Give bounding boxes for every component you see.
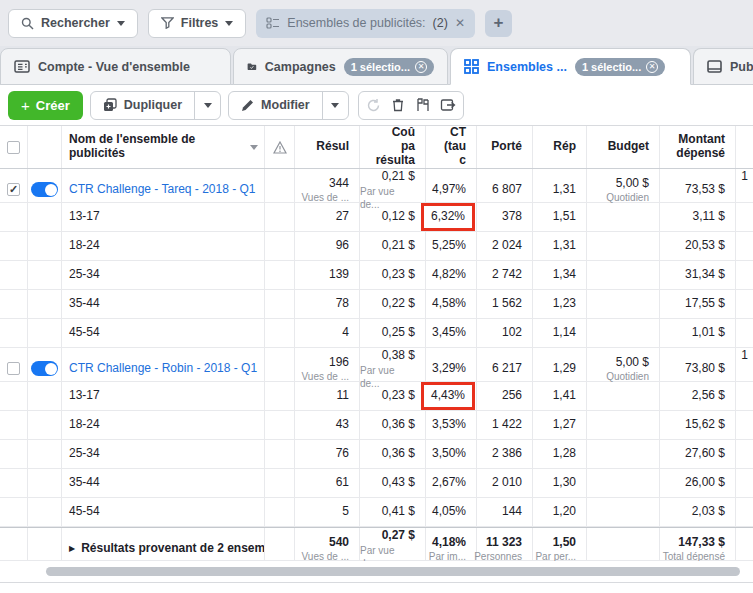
tab-account-overview[interactable]: Compte - Vue d'ensemble — [0, 48, 231, 85]
results-cell: 11 — [295, 382, 360, 410]
column-header-ctr[interactable]: CT (tau c — [426, 126, 477, 168]
budget-cell — [587, 319, 660, 347]
ctr-cell: 3,53% — [426, 411, 477, 439]
row-name[interactable]: 45-54 — [69, 325, 100, 341]
ad-sets-grid-icon — [464, 59, 479, 74]
reach-cell: 2 386 — [477, 440, 533, 468]
selection-badge[interactable]: 1 sélectio... ✕ — [575, 58, 665, 76]
budget-cell — [587, 290, 660, 318]
badge-close-icon[interactable]: ✕ — [415, 61, 427, 73]
selection-badge[interactable]: 1 sélectio... ✕ — [344, 58, 434, 76]
column-header-delivery-warning[interactable] — [265, 126, 295, 168]
filter-chip-adsets[interactable]: Ensembles de publicités: (2) ✕ — [256, 9, 475, 38]
selection-badge-label: 1 sélectio... — [351, 61, 410, 73]
row-warning-cell — [265, 232, 295, 260]
row-name[interactable]: 25-34 — [69, 267, 100, 283]
filter-chip-close-icon[interactable]: ✕ — [455, 16, 465, 30]
select-all-checkbox[interactable] — [7, 141, 20, 154]
tab-ad-sets[interactable]: Ensembles ... 1 sélectio... ✕ — [450, 48, 691, 85]
column-header-amount-spent[interactable]: Montant dépensé — [660, 126, 736, 168]
row-checkbox-cell — [0, 203, 28, 231]
reach-cell: 378 — [477, 203, 533, 231]
frequency-cell: 1,41 — [533, 382, 587, 410]
folder-icon — [247, 60, 257, 73]
table-row: 13-17 11 0,23 $ 4,43% 256 1,41 2,56 $ — [0, 382, 753, 411]
row-active-toggle[interactable] — [31, 361, 58, 376]
row-name[interactable]: 18-24 — [69, 417, 100, 433]
row-warning-cell — [265, 382, 295, 410]
table-row: 25-34 76 0,36 $ 3,50% 2 386 1,28 27,60 $ — [0, 440, 753, 469]
ab-test-button[interactable] — [411, 92, 436, 119]
row-checkbox[interactable]: ✓ — [7, 183, 20, 196]
tab-label: Ensembles ... — [487, 60, 567, 74]
filters-button[interactable]: Filtres — [148, 9, 247, 38]
badge-close-icon[interactable]: ✕ — [646, 61, 658, 73]
budget-cell — [587, 411, 660, 439]
create-label: Créer — [36, 98, 70, 113]
ads-icon — [707, 60, 722, 73]
budget-cell — [587, 203, 660, 231]
row-name[interactable]: CTR Challenge - Robin - 2018 - Q1 — [69, 361, 257, 377]
row-name[interactable]: 18-24 — [69, 238, 100, 254]
delete-button[interactable] — [386, 92, 411, 119]
horizontal-scrollbar[interactable] — [46, 567, 740, 576]
column-header-frequency[interactable]: Rép — [533, 126, 587, 168]
frequency-cell: 1,31 — [533, 232, 587, 260]
warning-icon — [273, 141, 287, 154]
table-row: 13-17 27 0,12 $ 6,32% 378 1,51 3,11 $ — [0, 203, 753, 232]
amount-spent-cell: 20,53 $ — [660, 232, 736, 260]
row-name[interactable]: 35-44 — [69, 475, 100, 491]
tab-ads[interactable]: Publicités — [693, 48, 753, 85]
partial-column-cell — [736, 440, 753, 468]
frequency-cell: 1,34 — [533, 261, 587, 289]
ctr-cell: 4,05% — [426, 498, 477, 526]
duplicate-dropdown-button[interactable] — [194, 92, 220, 119]
row-name[interactable]: 25-34 — [69, 446, 100, 462]
reach-cell: 1 422 — [477, 411, 533, 439]
column-header-name[interactable]: Nom de l'ensemble de publicités — [62, 126, 265, 168]
filter-toolbar: Rechercher Filtres Ensembles de publicit… — [0, 0, 753, 46]
row-checkbox-cell — [0, 411, 28, 439]
budget-cell — [587, 261, 660, 289]
add-filter-button[interactable]: + — [485, 10, 512, 37]
column-header-reach[interactable]: Porté — [477, 126, 533, 168]
expand-caret-icon[interactable]: ▶ — [69, 544, 75, 554]
column-header-results[interactable]: Résul — [295, 126, 360, 168]
row-name[interactable]: Résultats provenant de 2 ensembles c — [81, 541, 265, 557]
chevron-down-icon — [225, 21, 233, 26]
partial-column-cell — [736, 469, 753, 497]
row-name[interactable]: 35-44 — [69, 296, 100, 312]
ctr-cell: 5,25% — [426, 232, 477, 260]
results-cell: 27 — [295, 203, 360, 231]
cost-per-result-cell: 0,43 $ — [360, 469, 426, 497]
row-name-cell: 18-24 — [62, 232, 265, 260]
row-name[interactable]: 13-17 — [69, 209, 100, 225]
ab-test-icon — [415, 98, 431, 112]
row-toggle-cell — [28, 382, 62, 410]
plus-icon: + — [21, 97, 30, 114]
row-name[interactable]: 45-54 — [69, 504, 100, 520]
budget-cell — [587, 498, 660, 526]
tab-campaigns[interactable]: Campagnes 1 sélectio... ✕ — [233, 48, 448, 85]
export-button[interactable] — [436, 92, 461, 119]
edit-dropdown-button[interactable] — [322, 92, 348, 119]
cost-per-result-cell: 0,36 $ — [360, 411, 426, 439]
edit-split-button: Modifier — [228, 91, 349, 120]
row-name[interactable]: 13-17 — [69, 388, 100, 404]
search-icon — [21, 17, 34, 30]
row-name[interactable]: CTR Challenge - Tareq - 2018 - Q1 — [69, 182, 256, 198]
create-button[interactable]: + Créer — [8, 91, 83, 120]
refresh-button[interactable] — [361, 92, 386, 119]
frequency-cell: 1,23 — [533, 290, 587, 318]
row-active-toggle[interactable] — [31, 182, 58, 197]
row-toggle-cell — [28, 469, 62, 497]
row-checkbox[interactable] — [7, 362, 20, 375]
duplicate-button[interactable]: Dupliquer — [91, 92, 194, 119]
edit-button[interactable]: Modifier — [229, 92, 322, 119]
row-warning-cell — [265, 261, 295, 289]
table-header: Nom de l'ensemble de publicités Résul Co… — [0, 125, 753, 169]
search-button[interactable]: Rechercher — [8, 9, 138, 38]
search-label: Rechercher — [41, 16, 110, 30]
column-header-budget[interactable]: Budget — [587, 126, 660, 168]
column-header-cost-per-result[interactable]: Coû pa résulta — [360, 126, 426, 168]
